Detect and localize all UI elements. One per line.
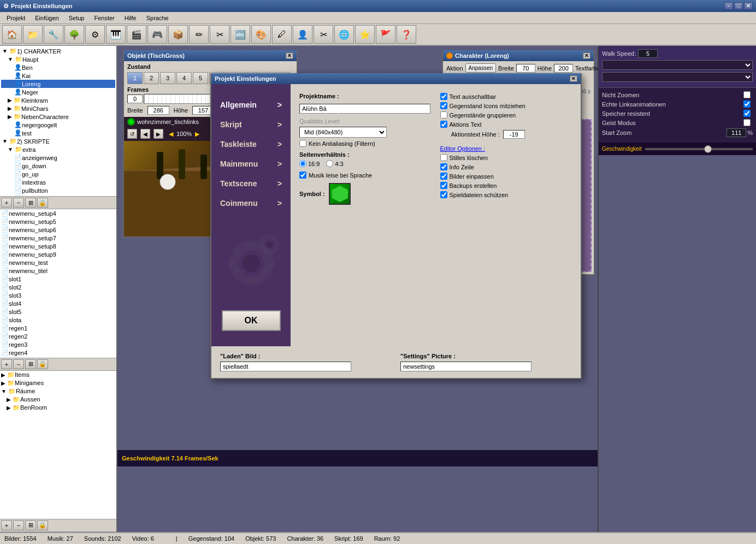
remove-btn2[interactable]: − [13, 359, 24, 369]
tree-test[interactable]: 👤 test [1, 129, 115, 137]
spieldateien-cb[interactable] [440, 191, 447, 198]
toolbar-btn-game[interactable]: 🎮 [147, 25, 167, 44]
lock-btn[interactable]: 🔒 [37, 198, 48, 208]
list-slot3[interactable]: 📄slot3 [0, 291, 116, 299]
ratio-43-radio[interactable] [326, 160, 333, 167]
ratio-169-radio[interactable] [299, 160, 306, 167]
start-zoom-input[interactable] [727, 128, 746, 137]
tree-charakter[interactable]: ▼ 📁 1) CHARAKTER [1, 47, 115, 55]
list-slot5[interactable]: 📄slot5 [0, 308, 116, 316]
projektname-input[interactable] [299, 104, 430, 114]
editor-options-label[interactable]: Editor Optionen : [440, 145, 572, 152]
aktionstext-hohe-input[interactable] [503, 130, 525, 139]
aktions-text-cb[interactable] [440, 121, 447, 128]
tree-minigames[interactable]: ▶ 📁 Minigames [0, 379, 116, 387]
tree-benroom[interactable]: ▶ 📁 BenRoom [0, 404, 116, 412]
dialog-close[interactable]: ✕ [570, 75, 577, 82]
list-newmenu5[interactable]: 📄newmenu_setup5 [0, 217, 116, 226]
remove-btn3[interactable]: − [13, 521, 24, 530]
list-newmenu4[interactable]: 📄newmenu_setup4 [0, 209, 116, 217]
list-newmenu-test[interactable]: 📄newmenu_test [0, 258, 116, 267]
nav-taskleiste[interactable]: Taskleiste > [211, 134, 291, 154]
maximize-button[interactable]: □ [734, 2, 743, 10]
tree-pullbutton[interactable]: 📄 pullbutton [1, 186, 115, 194]
tree-neger[interactable]: 👤 Neger [1, 88, 115, 96]
tree-kleinkram[interactable]: ▶ 📁 Kleinkram [1, 96, 115, 104]
toolbar-btn-tools[interactable]: 🔧 [44, 25, 63, 44]
tree-loreng[interactable]: 👤 Loreng [1, 80, 115, 88]
menu-sprache[interactable]: Sprache [142, 14, 173, 22]
list-slot1[interactable]: 📄slot1 [0, 275, 116, 283]
toolbar-btn-film[interactable]: 🎬 [127, 25, 146, 44]
gegenstand-icons-cb[interactable] [440, 102, 447, 109]
lock-btn3[interactable]: 🔒 [37, 521, 48, 530]
nav-skript[interactable]: Skript > [211, 115, 291, 134]
tree-ben[interactable]: 👤 Ben [1, 63, 115, 72]
list-regen1[interactable]: 📄regen1 [0, 324, 116, 332]
list-regen4[interactable]: 📄regen4 [0, 348, 116, 357]
menu-setup[interactable]: Setup [64, 14, 89, 22]
tree-haupt[interactable]: ▼ 📁 Haupt [1, 55, 115, 63]
lock-btn2[interactable]: 🔒 [37, 359, 48, 369]
toolbar-btn-folder[interactable]: 📁 [23, 25, 43, 44]
toolbar-btn-star[interactable]: ⭐ [355, 25, 375, 44]
toolbar-btn-home[interactable]: 🏠 [2, 25, 22, 44]
toolbar-btn-cut[interactable]: ✂ [314, 25, 333, 44]
nav-coinmenu[interactable]: Coinmenu > [211, 193, 291, 213]
remove-btn[interactable]: − [13, 198, 24, 208]
list-slota[interactable]: 📄slota [0, 316, 116, 324]
menu-einfugen[interactable]: Einfügen [31, 14, 63, 22]
text-ausschaltbar-cb[interactable] [440, 93, 447, 100]
add-btn3[interactable]: + [1, 521, 12, 530]
settings-input[interactable] [400, 362, 531, 371]
antialias-checkbox[interactable] [299, 140, 306, 147]
toolbar-btn-gear[interactable]: ⚙ [85, 25, 105, 44]
list-newmenu8[interactable]: 📄newmenu_setup8 [0, 242, 116, 250]
grid-btn[interactable]: ⊞ [25, 198, 36, 208]
speed-thumb[interactable] [704, 145, 712, 153]
close-button[interactable]: ✕ [744, 2, 753, 10]
tree-extra[interactable]: ▼ 📁 extra [1, 145, 115, 153]
toolbar-btn-scissors[interactable]: ✂ [210, 25, 229, 44]
nav-allgemein[interactable]: Allgemein > [211, 95, 291, 115]
minimize-button[interactable]: − [724, 2, 733, 10]
tree-negergoogelt[interactable]: 👤 negergoogelt [1, 121, 115, 129]
backups-cb[interactable] [440, 182, 447, 189]
laden-input[interactable] [220, 362, 351, 371]
list-regen3[interactable]: 📄regen3 [0, 340, 116, 348]
quality-dropdown[interactable]: Mid (840x480) Low (640x360) High (1280x7… [299, 127, 387, 138]
musik-checkbox[interactable] [299, 172, 306, 179]
toolbar-btn-pencil[interactable]: ✏ [189, 25, 209, 44]
toolbar-btn-person[interactable]: 👤 [293, 25, 312, 44]
tree-anzeigenweg[interactable]: 📄 anzeigenweg [1, 153, 115, 162]
ghost-cb[interactable] [743, 119, 751, 126]
tree-aussen[interactable]: ▶ 📁 Aussen [0, 395, 116, 404]
stilles-loschen-cb[interactable] [440, 154, 447, 161]
grid-btn3[interactable]: ⊞ [25, 521, 36, 530]
symbol-box[interactable] [329, 183, 351, 205]
echo-cb[interactable] [743, 100, 751, 108]
menu-projekt[interactable]: Projekt [2, 14, 29, 22]
toolbar-btn-tree[interactable]: 🌳 [64, 25, 84, 44]
list-regen2[interactable]: 📄regen2 [0, 332, 116, 340]
tree-initextras[interactable]: 📄 initextras [1, 178, 115, 186]
list-slot4[interactable]: 📄slot4 [0, 299, 116, 308]
bilder-einpassen-cb[interactable] [440, 173, 447, 180]
list-newmenu6[interactable]: 📄newmenu_setup6 [0, 226, 116, 234]
list-screens[interactable]: 📁Screens [0, 357, 116, 357]
toolbar-btn-flag[interactable]: 🚩 [376, 25, 395, 44]
tree-minichars[interactable]: ▶ 📁 MiniChars [1, 104, 115, 113]
tree-go_down[interactable]: 📄 go_down [1, 162, 115, 170]
gegenstande-group-cb[interactable] [440, 111, 447, 119]
nav-textscene[interactable]: Textscene > [211, 174, 291, 193]
grid-btn2[interactable]: ⊞ [25, 359, 36, 369]
toolbar-btn-box[interactable]: 📦 [168, 25, 188, 44]
add-btn[interactable]: + [1, 198, 12, 208]
list-slot2[interactable]: 📄slot2 [0, 283, 116, 291]
nav-mainmenu[interactable]: Mainmenu > [211, 154, 291, 174]
save-cb[interactable] [743, 110, 751, 117]
tree-raume[interactable]: ▼ 📁 Räume [0, 387, 116, 395]
speed-slider[interactable] [645, 148, 753, 150]
list-newmenu9[interactable]: 📄newmenu_setup9 [0, 250, 116, 258]
walk-speed-input[interactable] [638, 49, 658, 58]
